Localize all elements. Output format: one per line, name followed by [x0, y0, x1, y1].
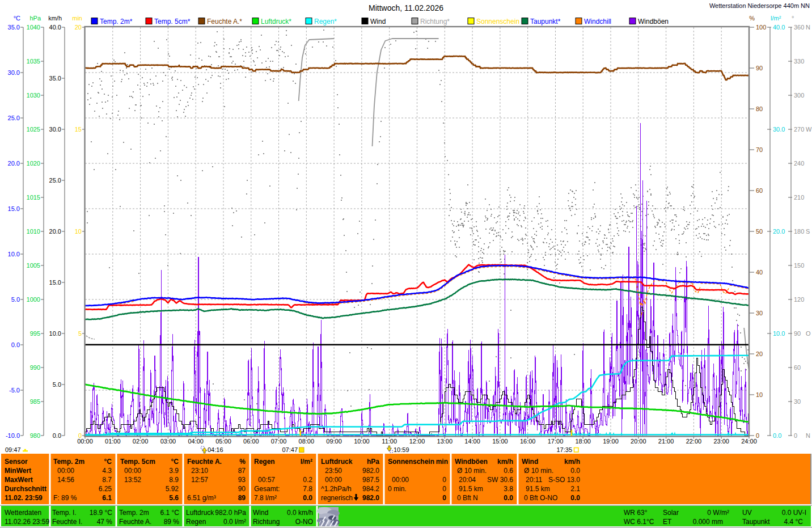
svg-text:WC 6.1°C: WC 6.1°C [624, 518, 654, 526]
svg-text:60: 60 [794, 364, 801, 371]
svg-text:07:47: 07:47 [282, 446, 298, 453]
svg-text:regnerisch: regnerisch [321, 494, 353, 502]
svg-text:984.2: 984.2 [362, 485, 379, 493]
svg-text:30.0: 30.0 [773, 126, 785, 133]
svg-text:1020: 1020 [27, 160, 40, 167]
svg-text:0.0 UV-I: 0.0 UV-I [782, 509, 806, 517]
svg-text:987.5: 987.5 [362, 476, 379, 484]
svg-text:17:00: 17:00 [548, 438, 564, 445]
svg-text:00:00: 00:00 [124, 467, 141, 475]
svg-text:20: 20 [756, 350, 763, 357]
svg-text:°C: °C [14, 15, 20, 22]
svg-text:UV: UV [742, 509, 752, 517]
svg-text:985: 985 [30, 398, 40, 405]
svg-text:16:00: 16:00 [520, 438, 536, 445]
svg-text:20.0: 20.0 [49, 228, 61, 235]
svg-text:14:56: 14:56 [57, 476, 74, 484]
svg-text:15:00: 15:00 [492, 438, 508, 445]
svg-text:10.0: 10.0 [773, 330, 785, 337]
svg-text:5: 5 [78, 330, 82, 337]
svg-text:60: 60 [756, 187, 763, 194]
svg-text:Feuchte A.: Feuchte A. [119, 518, 151, 526]
svg-text:13:00: 13:00 [437, 438, 453, 445]
svg-text:40.0: 40.0 [49, 24, 61, 31]
svg-text:360: 360 [794, 24, 804, 31]
svg-text:1025: 1025 [27, 126, 40, 133]
svg-text:12:00: 12:00 [409, 438, 425, 445]
svg-text:23:00: 23:00 [713, 438, 729, 445]
svg-text:30.0: 30.0 [49, 126, 61, 133]
svg-text:4.4 °C: 4.4 °C [784, 518, 803, 526]
svg-text:10.0: 10.0 [49, 330, 61, 337]
svg-text:0 Bft O-NO: 0 Bft O-NO [524, 494, 557, 502]
svg-text:20: 20 [75, 24, 82, 31]
svg-text:4.3: 4.3 [102, 467, 112, 475]
svg-text:00:00: 00:00 [77, 438, 93, 445]
svg-text:300: 300 [794, 92, 804, 99]
svg-text:210: 210 [794, 194, 804, 201]
svg-text:180: 180 [794, 228, 804, 235]
svg-text:S: S [806, 228, 810, 235]
svg-text:Mittwoch, 11.02.2026: Mittwoch, 11.02.2026 [369, 3, 443, 12]
svg-text:Windböen: Windböen [455, 458, 488, 466]
svg-text:Regen*: Regen* [314, 18, 337, 26]
svg-text:Wind: Wind [522, 458, 538, 466]
svg-text:18:00: 18:00 [575, 438, 591, 445]
svg-text:Luftdruck*: Luftdruck* [261, 18, 291, 26]
svg-text:ET: ET [663, 518, 672, 526]
svg-text:15.0: 15.0 [8, 205, 20, 212]
svg-text:09:00: 09:00 [326, 438, 342, 445]
svg-text:0.0: 0.0 [53, 432, 61, 439]
svg-text:23:50: 23:50 [325, 467, 342, 475]
svg-text:0: 0 [442, 494, 446, 502]
svg-text:0.2: 0.2 [303, 476, 312, 484]
svg-text:2.1: 2.1 [570, 485, 580, 493]
svg-text:330: 330 [794, 58, 804, 65]
svg-text:0 Bft N: 0 Bft N [457, 494, 478, 502]
svg-text:Wind: Wind [253, 509, 268, 517]
svg-text:Windböen: Windböen [638, 18, 669, 26]
svg-text:Luftdruck: Luftdruck [321, 458, 353, 466]
svg-text:0.000 mm: 0.000 mm [693, 518, 723, 526]
svg-text:11.02.26 23:59: 11.02.26 23:59 [5, 518, 50, 526]
svg-text:Feuchte I.: Feuchte I. [52, 518, 82, 526]
svg-text:0.0: 0.0 [11, 341, 20, 348]
svg-text:30: 30 [756, 310, 763, 316]
svg-text:07:00: 07:00 [271, 438, 287, 445]
svg-text:14:00: 14:00 [464, 438, 480, 445]
svg-text:%: % [239, 458, 246, 466]
svg-text:19:00: 19:00 [603, 438, 619, 445]
svg-text:5.6: 5.6 [169, 494, 179, 502]
svg-text:km/h: km/h [497, 458, 513, 466]
svg-text:°C: °C [171, 458, 179, 466]
svg-text:SW 30.6: SW 30.6 [487, 476, 513, 484]
svg-text:30: 30 [794, 398, 801, 405]
svg-text:91.5 km: 91.5 km [526, 485, 550, 493]
svg-text:00:57: 00:57 [258, 476, 275, 484]
svg-text:89: 89 [238, 494, 246, 502]
svg-text:50: 50 [756, 228, 763, 235]
svg-text:04:00: 04:00 [188, 438, 204, 445]
svg-text:100: 100 [756, 24, 766, 31]
svg-text:0.6: 0.6 [504, 467, 513, 475]
svg-text:WR 63°: WR 63° [624, 509, 648, 517]
svg-text:17:35: 17:35 [556, 446, 572, 453]
svg-text:02:00: 02:00 [133, 438, 149, 445]
svg-text:Richtung: Richtung [253, 518, 280, 526]
svg-text:N: N [806, 24, 810, 31]
svg-text:0: 0 [442, 485, 446, 493]
svg-text:80: 80 [756, 105, 763, 112]
svg-text:Feuchte A.*: Feuchte A.* [207, 18, 242, 26]
svg-text:0 W/m²: 0 W/m² [707, 509, 729, 517]
svg-text:km/h: km/h [48, 15, 62, 22]
svg-text:O-NO: O-NO [295, 518, 313, 526]
svg-text:47 %: 47 % [97, 518, 113, 526]
svg-text:hPa: hPa [367, 458, 379, 466]
svg-text:04:16: 04:16 [208, 446, 223, 453]
svg-text:Durchschnitt: Durchschnitt [5, 485, 46, 493]
svg-text:35.0: 35.0 [8, 24, 20, 31]
svg-text:980: 980 [30, 432, 40, 439]
svg-text:Taupunkt: Taupunkt [742, 518, 770, 526]
svg-text:0.0: 0.0 [570, 467, 580, 475]
svg-text:5.0: 5.0 [53, 381, 61, 388]
